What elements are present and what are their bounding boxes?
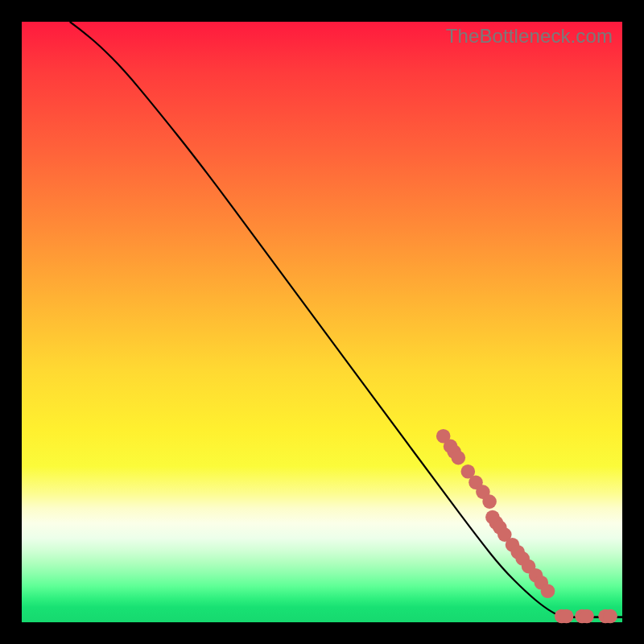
chart-overlay xyxy=(22,22,622,622)
plot-area: TheBottleneck.com xyxy=(22,22,622,622)
data-point xyxy=(580,609,594,624)
data-point xyxy=(559,609,574,624)
data-point xyxy=(452,451,466,465)
data-points xyxy=(436,429,617,623)
data-point xyxy=(541,584,555,598)
data-point xyxy=(482,494,497,509)
data-point xyxy=(603,609,617,624)
chart-root: TheBottleneck.com xyxy=(0,0,644,644)
main-curve xyxy=(70,22,622,617)
